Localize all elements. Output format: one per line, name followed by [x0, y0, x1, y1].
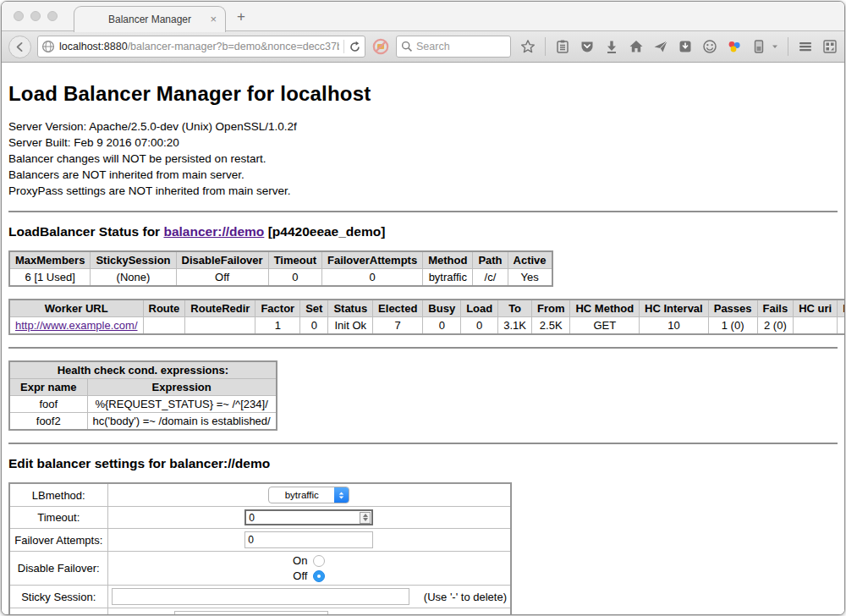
- cell-elected: 7: [373, 317, 423, 335]
- dropdown-caret-icon[interactable]: [772, 43, 778, 50]
- cell-method: bytraffic: [423, 269, 473, 287]
- browser-window: Balancer Manager × + localhost:8880/bala…: [1, 1, 845, 615]
- table-header-row: MaxMembers StickySession DisableFailover…: [9, 251, 552, 269]
- search-icon: [401, 41, 413, 52]
- server-info: Server Version: Apache/2.5.0-dev (Unix) …: [8, 118, 838, 199]
- server-built-line: Server Built: Feb 9 2016 07:00:20: [8, 135, 838, 151]
- colors-icon[interactable]: [727, 39, 742, 54]
- add-worker-input[interactable]: [174, 611, 328, 614]
- toolbar-divider: [788, 37, 788, 56]
- col-method: Method: [423, 251, 473, 269]
- cell-path: /c/: [473, 269, 508, 287]
- download-icon[interactable]: [604, 39, 619, 54]
- col-elected: Elected: [373, 300, 423, 317]
- failover-attempts-input[interactable]: [244, 531, 373, 548]
- cell-worker-url: http://www.example.com/: [9, 317, 143, 335]
- col-worker-url: Worker URL: [9, 300, 143, 317]
- zoom-window-button[interactable]: [47, 11, 58, 21]
- col-active: Active: [508, 251, 552, 269]
- cell-failoverattempts: 0: [321, 269, 422, 287]
- col-fails: Fails: [757, 300, 794, 317]
- table-title-row: Health check cond. expressions:: [9, 361, 277, 379]
- add-new-worker-label: Add New Worker:: [9, 608, 107, 615]
- loadbalancer-status-heading: LoadBalancer Status for balancer://demo …: [8, 224, 838, 239]
- feedback-smiley-icon[interactable]: [702, 39, 717, 54]
- table-header-row: Expr name Expression: [9, 379, 277, 396]
- search-field[interactable]: [396, 36, 511, 58]
- failover-attempts-label: Failover Attempts:: [9, 529, 107, 552]
- window-controls[interactable]: [14, 11, 58, 21]
- cell-from: 2.5K: [531, 317, 570, 335]
- expr-row: foof %{REQUEST_STATUS} =~ /^[234]/: [9, 396, 277, 413]
- tab-close-icon[interactable]: ×: [210, 13, 217, 26]
- cell-load: 0: [461, 317, 498, 335]
- col-status: Status: [328, 300, 373, 317]
- reload-icon[interactable]: [349, 41, 361, 53]
- lbmethod-label: LBmethod:: [9, 483, 107, 507]
- server-version-line: Server Version: Apache/2.5.0-dev (Unix) …: [8, 118, 838, 135]
- back-button[interactable]: [8, 36, 31, 58]
- health-table-title: Health check cond. expressions:: [9, 361, 277, 379]
- table-row: 6 [1 Used] (None) Off 0 0 bytraffic /c/ …: [9, 269, 552, 287]
- col-path: Path: [473, 251, 508, 269]
- col-hc-method: HC Method: [570, 300, 640, 317]
- status-heading-prefix: LoadBalancer Status for: [8, 224, 163, 239]
- url-text[interactable]: localhost:8880/balancer-manager?b=demo&n…: [59, 41, 339, 52]
- form-row-lbmethod: LBmethod: bytraffic: [9, 483, 511, 507]
- col-expr-name: Expr name: [9, 379, 87, 396]
- save-to-device-icon[interactable]: [678, 39, 693, 54]
- col-load: Load: [461, 300, 498, 317]
- back-icon: [14, 41, 26, 53]
- divider: [8, 443, 838, 444]
- radio-on[interactable]: [313, 555, 325, 567]
- worker-row: http://www.example.com/ 1 0 Init Ok 7 0 …: [9, 317, 844, 335]
- sticky-session-input[interactable]: [112, 588, 409, 605]
- radio-on-label: On: [293, 554, 307, 567]
- are-you-sure-checkbox[interactable]: [432, 614, 443, 615]
- lbmethod-select[interactable]: bytraffic: [268, 487, 349, 503]
- pocket-icon[interactable]: [580, 39, 595, 54]
- worker-url-link[interactable]: http://www.example.com/: [15, 319, 138, 332]
- col-passes: Passes: [708, 300, 757, 317]
- search-input[interactable]: [416, 41, 501, 52]
- are-you-sure-label: Are you sure?: [356, 613, 425, 615]
- col-maxmembers: MaxMembers: [9, 251, 91, 269]
- block-icon[interactable]: [371, 37, 390, 56]
- bookmark-star-icon[interactable]: [520, 39, 536, 54]
- navigation-toolbar: localhost:8880/balancer-manager?b=demo&n…: [2, 31, 844, 63]
- cell-passes: 1 (0): [708, 317, 757, 335]
- menu-icon[interactable]: [798, 39, 813, 54]
- lbmethod-selected-value: bytraffic: [269, 487, 334, 503]
- cell-route: [143, 317, 185, 335]
- url-host: localhost:8880: [59, 41, 128, 52]
- edit-settings-heading: Edit balancer settings for balancer://de…: [8, 456, 838, 471]
- col-hc-interval: HC Interval: [640, 300, 709, 317]
- home-icon[interactable]: [629, 39, 644, 54]
- globe-icon: [41, 40, 55, 53]
- close-window-button[interactable]: [14, 11, 24, 21]
- send-icon[interactable]: [653, 39, 668, 54]
- tab-balancer-manager[interactable]: Balancer Manager ×: [74, 6, 226, 32]
- cell-to: 3.1K: [498, 317, 532, 335]
- cell-active: Yes: [508, 269, 552, 287]
- balancer-demo-link[interactable]: balancer://demo: [163, 224, 264, 239]
- page-content: Load Balancer Manager for localhost Serv…: [2, 63, 844, 614]
- cell-maxmembers: 6 [1 Used]: [9, 269, 91, 287]
- number-spinner[interactable]: [360, 512, 371, 524]
- new-tab-button[interactable]: +: [237, 8, 245, 25]
- clipboard-icon[interactable]: [555, 39, 570, 54]
- url-bar[interactable]: localhost:8880/balancer-manager?b=demo&n…: [37, 36, 365, 58]
- radio-off[interactable]: [313, 570, 325, 582]
- timeout-input[interactable]: 0: [244, 509, 373, 525]
- minimize-window-button[interactable]: [30, 11, 41, 21]
- sidebar-panel-icon[interactable]: [751, 39, 766, 54]
- cell-expression: %{REQUEST_STATUS} =~ /^[234]/: [87, 396, 277, 413]
- tab-groups-icon[interactable]: [822, 39, 838, 54]
- cell-busy: 0: [423, 317, 461, 335]
- col-to: To: [498, 300, 532, 317]
- cell-expression: hc('body') =~ /domain is established/: [87, 413, 277, 431]
- form-row-timeout: Timeout: 0: [9, 507, 511, 529]
- col-timeout: Timeout: [268, 251, 321, 269]
- page-title: Load Balancer Manager for localhost: [8, 82, 838, 106]
- tab-title: Balancer Manager: [108, 14, 191, 25]
